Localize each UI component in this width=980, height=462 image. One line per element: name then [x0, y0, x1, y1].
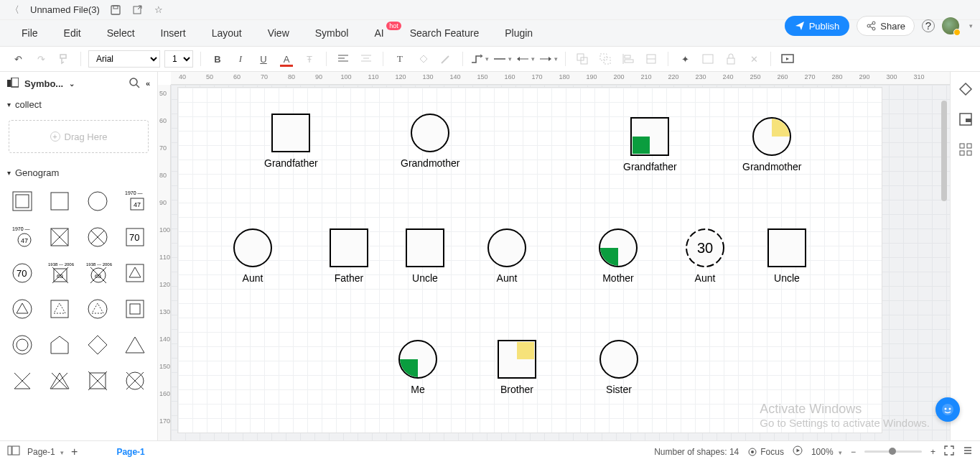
sym-pentagon[interactable]: [43, 329, 76, 361]
more-icon[interactable]: [963, 445, 973, 458]
grid-panel-icon[interactable]: [958, 142, 973, 157]
add-page-button[interactable]: +: [71, 445, 78, 458]
sym-circle-70[interactable]: 70: [6, 257, 39, 289]
collect-section-header[interactable]: ▾collect: [0, 95, 157, 114]
share-button[interactable]: Share: [857, 16, 915, 36]
text-tool-button[interactable]: T: [391, 50, 409, 68]
font-select[interactable]: Arial: [88, 50, 160, 68]
bold-button[interactable]: B: [208, 50, 227, 68]
zoom-slider[interactable]: [864, 451, 922, 453]
collapse-sidebar-icon[interactable]: «: [146, 79, 150, 88]
effects-button[interactable]: ✦: [676, 50, 694, 68]
drag-target[interactable]: + Drag Here: [9, 120, 149, 153]
sym-x1[interactable]: [6, 365, 39, 397]
sym-diamond[interactable]: [81, 329, 114, 361]
sym-x3[interactable]: [81, 365, 114, 397]
arrow-start-button[interactable]: ▾: [516, 50, 535, 68]
menu-symbol[interactable]: Symbol: [302, 20, 362, 46]
genogram-section-header[interactable]: ▾Genogram: [0, 163, 157, 183]
shape-uncle2[interactable]: Uncle: [767, 228, 807, 284]
shape-label: Uncle: [405, 272, 445, 284]
canvas-area[interactable]: 4050607080901001101201301401501601701801…: [158, 72, 950, 440]
sym-circle-x[interactable]: [81, 221, 114, 253]
menu-insert[interactable]: Insert: [148, 20, 199, 46]
sym-deceased-ci[interactable]: 1938 — 200668: [81, 257, 114, 289]
shape-mother[interactable]: Mother: [598, 228, 638, 284]
avatar-menu-caret[interactable]: ▾: [969, 22, 973, 29]
shape-aunt2[interactable]: Aunt: [487, 228, 527, 284]
size-select[interactable]: 12: [164, 50, 193, 68]
sym-x4[interactable]: [118, 365, 151, 397]
underline-button[interactable]: U: [254, 50, 273, 68]
shape-sister[interactable]: Sister: [599, 339, 639, 395]
avatar[interactable]: [942, 17, 959, 34]
save-icon[interactable]: [110, 4, 121, 16]
line-style-button[interactable]: ▾: [493, 50, 512, 68]
sym-circle[interactable]: [81, 185, 114, 217]
italic-button[interactable]: I: [231, 50, 250, 68]
sym-x2[interactable]: [43, 365, 76, 397]
undo-button[interactable]: ↶: [9, 50, 27, 68]
page-select[interactable]: Page-1 ▾: [27, 447, 64, 457]
export-icon[interactable]: [131, 4, 143, 16]
back-icon[interactable]: 〈: [9, 4, 20, 16]
connector-button[interactable]: ▾: [470, 50, 489, 68]
shape-gm1[interactable]: Grandmother: [401, 113, 459, 169]
sym-square-x[interactable]: [43, 221, 76, 253]
zoom-level[interactable]: 100% ▾: [811, 447, 842, 457]
search-icon[interactable]: [129, 77, 140, 91]
menu-plugin[interactable]: Plugin: [492, 20, 546, 46]
help-icon[interactable]: ?: [922, 19, 935, 32]
canvas-page[interactable]: GrandfatherGrandmotherGrandfatherGrandmo…: [178, 88, 882, 433]
assistant-button[interactable]: [935, 397, 960, 422]
menu-ai[interactable]: AIhot: [361, 20, 396, 46]
sym-sq-tri-dash[interactable]: [43, 293, 76, 325]
page-tab[interactable]: Page-1: [106, 447, 154, 457]
shape-brother[interactable]: Brother: [497, 339, 537, 395]
sym-ci-tri-dash[interactable]: [81, 293, 114, 325]
sym-square[interactable]: [43, 185, 76, 217]
shape-father[interactable]: Father: [329, 228, 369, 284]
outline-icon[interactable]: [7, 445, 20, 458]
shape-gm2[interactable]: Grandmother: [742, 116, 801, 172]
arrow-end-button[interactable]: ▾: [539, 50, 558, 68]
library-dropdown-icon[interactable]: ⌄: [69, 80, 75, 88]
sym-ci-tri[interactable]: [6, 293, 39, 325]
statusbar: Page-1 ▾ + Page-1 Number of shapes: 14 F…: [0, 440, 980, 462]
svg-point-32: [130, 78, 137, 86]
sym-inner-sq[interactable]: [118, 293, 151, 325]
publish-button[interactable]: Publish: [785, 16, 850, 36]
presentation-button[interactable]: [778, 50, 797, 68]
sym-deceased-sq[interactable]: 1938 — 200668: [43, 257, 76, 289]
sym-double-square[interactable]: [6, 185, 39, 217]
vertical-scrollbar[interactable]: [941, 101, 947, 201]
menu-view[interactable]: View: [255, 20, 302, 46]
sym-square-70[interactable]: 70: [118, 221, 151, 253]
zoom-in-button[interactable]: +: [930, 447, 935, 457]
shape-uncle1[interactable]: Uncle: [405, 228, 445, 284]
star-icon[interactable]: ☆: [153, 4, 164, 16]
sym-inner-ci[interactable]: [6, 329, 39, 361]
menu-select[interactable]: Select: [94, 20, 148, 46]
shape-gf2[interactable]: Grandfather: [623, 116, 677, 172]
text-color-button[interactable]: A: [277, 50, 296, 68]
menu-edit[interactable]: Edit: [51, 20, 94, 46]
focus-button[interactable]: Focus: [747, 447, 784, 457]
align-left-button[interactable]: [334, 50, 353, 68]
shape-me[interactable]: Me: [398, 339, 438, 395]
sym-year-square[interactable]: 1970 —47: [118, 185, 151, 217]
zoom-out-button[interactable]: −: [851, 447, 856, 457]
menu-file[interactable]: File: [9, 20, 51, 46]
shape-gf1[interactable]: Grandfather: [264, 113, 318, 169]
sym-sq-tri[interactable]: [118, 257, 151, 289]
menu-layout[interactable]: Layout: [199, 20, 255, 46]
sym-year-circle[interactable]: 1970 —47: [6, 221, 39, 253]
fullscreen-button[interactable]: [944, 445, 954, 458]
shape-aunt3[interactable]: 30Aunt: [685, 228, 725, 284]
style-panel-icon[interactable]: [958, 82, 973, 96]
menu-search-feature[interactable]: Search Feature: [397, 20, 493, 46]
play-button[interactable]: [793, 445, 803, 458]
sym-triangle[interactable]: [118, 329, 151, 361]
layers-panel-icon[interactable]: [958, 112, 973, 126]
shape-aunt1[interactable]: Aunt: [233, 228, 273, 284]
